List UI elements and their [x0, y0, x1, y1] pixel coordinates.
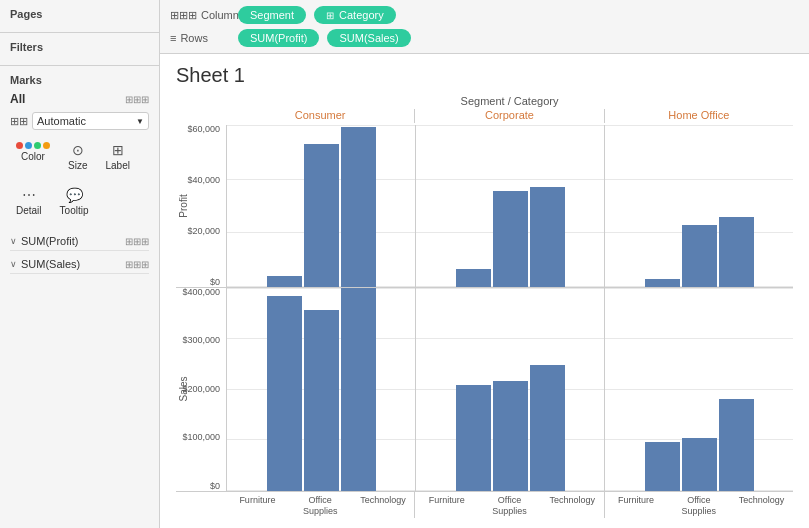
x-axis-home-office: Furniture OfficeSupplies Technology: [605, 492, 793, 518]
profit-corporate-bars: [416, 125, 605, 287]
marks-dropdown-row: ⊞⊞ Automatic ▼: [10, 112, 149, 130]
dropdown-caret: ▼: [136, 117, 144, 126]
bar-furniture: [645, 442, 680, 491]
bar-group: [418, 288, 602, 491]
sum-profit-row: ∨ SUM(Profit) ⊞⊞⊞: [10, 232, 149, 251]
toolbar: ⊞⊞⊞ Columns Segment ⊞ Category ≡ Rows SU…: [160, 0, 809, 54]
detail-label: Detail: [16, 205, 42, 216]
size-button[interactable]: ⊙ Size: [62, 138, 93, 175]
profit-bars-area: [226, 125, 793, 287]
size-icon: ⊙: [72, 142, 84, 158]
sum-sales-chevron: ∨: [10, 259, 17, 269]
filters-label: Filters: [10, 41, 149, 53]
x-label-furniture-1: Furniture: [226, 492, 289, 518]
sum-sales-label: SUM(Sales): [21, 258, 80, 270]
sales-y-label-100k: $100,000: [182, 433, 220, 442]
rows-icon: ≡: [170, 32, 176, 44]
sum-profit-chevron: ∨: [10, 236, 17, 246]
columns-icon: ⊞⊞⊞: [170, 9, 197, 22]
bar-office: [682, 225, 717, 287]
sales-consumer-bars: [227, 288, 416, 491]
x-label-furniture-3: Furniture: [605, 492, 668, 518]
sales-home-office-bars: [605, 288, 793, 491]
bar-technology: [719, 217, 754, 287]
label-icon: ⊞: [112, 142, 124, 158]
x-axis-consumer: Furniture OfficeSupplies Technology: [226, 492, 415, 518]
segment-header-consumer: Consumer: [226, 109, 415, 123]
x-label-office-1: OfficeSupplies: [289, 492, 352, 518]
rows-label: ≡ Rows: [170, 32, 230, 44]
sum-profit-icon: ⊞⊞⊞: [125, 236, 149, 247]
profit-consumer-bars: [227, 125, 416, 287]
bar-furniture: [456, 385, 491, 490]
marks-type-dropdown[interactable]: Automatic ▼: [32, 112, 149, 130]
category-pill[interactable]: ⊞ Category: [314, 6, 396, 24]
x-label-tech-1: Technology: [352, 492, 415, 518]
marks-type-label: Automatic: [37, 115, 86, 127]
bar-technology: [341, 288, 376, 491]
bar-office: [304, 310, 339, 490]
legend-row: Segment / Category: [226, 95, 793, 107]
bar-furniture: [645, 279, 680, 287]
sum-profit-pill[interactable]: SUM(Profit): [238, 29, 319, 47]
color-icon: [16, 142, 50, 149]
profit-y-label-40k: $40,000: [187, 176, 220, 185]
sales-y-label-0: $0: [210, 482, 220, 491]
detail-button[interactable]: ⋯ Detail: [10, 183, 48, 220]
sheet-title: Sheet 1: [176, 64, 793, 87]
bar-group: [607, 125, 791, 287]
bar-furniture: [267, 296, 302, 490]
columns-label: ⊞⊞⊞ Columns: [170, 9, 230, 22]
sum-sales-icon: ⊞⊞⊞: [125, 259, 149, 270]
segment-header-home-office: Home Office: [605, 109, 793, 123]
x-axis-corporate: Furniture OfficeSupplies Technology: [415, 492, 604, 518]
color-label: Color: [21, 151, 45, 162]
bar-office: [493, 381, 528, 490]
bar-technology: [341, 127, 376, 287]
main-area: ⊞⊞⊞ Columns Segment ⊞ Category ≡ Rows SU…: [160, 0, 809, 528]
sales-y-label-300k: $300,000: [182, 336, 220, 345]
segment-pill[interactable]: Segment: [238, 6, 306, 24]
left-panel: Pages Filters Marks All ⊞⊞⊞ ⊞⊞ Automatic…: [0, 0, 160, 528]
sum-sales-pill[interactable]: SUM(Sales): [327, 29, 410, 47]
tooltip-icon: 💬: [66, 187, 83, 203]
marks-detail-row: ⋯ Detail 💬 Tooltip: [10, 183, 149, 220]
tooltip-label: Tooltip: [60, 205, 89, 216]
x-label-tech-2: Technology: [541, 492, 604, 518]
color-button[interactable]: Color: [10, 138, 56, 175]
sales-y-label-400k: $400,000: [182, 288, 220, 297]
x-label-furniture-2: Furniture: [415, 492, 478, 518]
filters-section: Filters: [0, 33, 159, 66]
x-label-office-3: OfficeSupplies: [667, 492, 730, 518]
size-label: Size: [68, 160, 87, 171]
x-label-tech-3: Technology: [730, 492, 793, 518]
bar-technology: [530, 187, 565, 287]
sales-bars-area: [226, 288, 793, 491]
profit-y-axis: Profit $60,000 $40,000 $20,000 $0: [176, 125, 226, 287]
marks-all-icon: ⊞⊞⊞: [125, 94, 149, 105]
sum-profit-label: SUM(Profit): [21, 235, 78, 247]
bar-office: [304, 144, 339, 287]
bar-chart-icon: ⊞⊞: [10, 115, 28, 128]
marks-all-label: All: [10, 92, 25, 106]
tooltip-button[interactable]: 💬 Tooltip: [54, 183, 95, 220]
marks-buttons-row: Color ⊙ Size ⊞ Label: [10, 138, 149, 175]
sales-corporate-bars: [416, 288, 605, 491]
segment-header-corporate: Corporate: [415, 109, 604, 123]
x-axis-row: Furniture OfficeSupplies Technology Furn…: [226, 492, 793, 518]
bar-office: [493, 191, 528, 287]
rows-row: ≡ Rows SUM(Profit) SUM(Sales): [170, 29, 799, 47]
sales-y-axis: Sales $400,000 $300,000 $200,000 $100,00…: [176, 288, 226, 491]
chart-container: Segment / Category Consumer Corporate Ho…: [176, 95, 793, 518]
legend-title: Segment / Category: [226, 95, 793, 107]
profit-chart-row: Profit $60,000 $40,000 $20,000 $0: [176, 125, 793, 288]
profit-y-label-60k: $60,000: [187, 125, 220, 134]
label-button[interactable]: ⊞ Label: [99, 138, 135, 175]
profit-axis-title: Profit: [178, 194, 189, 217]
bar-furniture: [267, 276, 302, 287]
category-pill-icon: ⊞: [326, 10, 334, 21]
bar-group: [229, 288, 413, 491]
label-label: Label: [105, 160, 129, 171]
bar-group: [607, 288, 791, 491]
marks-section: Marks All ⊞⊞⊞ ⊞⊞ Automatic ▼ Color ⊙ Siz…: [0, 66, 159, 528]
